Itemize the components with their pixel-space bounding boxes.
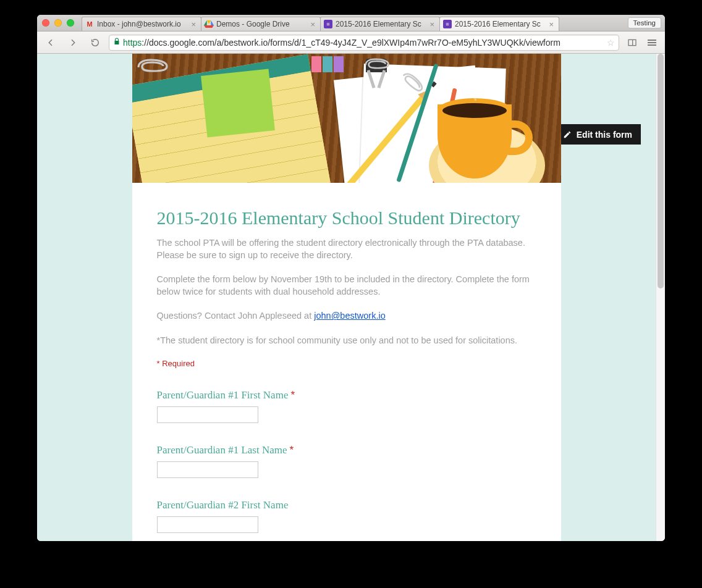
field-label: Parent/Guardian #2 First Name (157, 499, 536, 511)
question-parent1-first: Parent/Guardian #1 First Name* (157, 389, 536, 423)
window-traffic-lights[interactable] (42, 19, 82, 27)
close-icon[interactable]: × (308, 20, 318, 29)
panel-icon[interactable] (624, 35, 640, 50)
bookmark-icon[interactable]: ☆ (607, 38, 615, 48)
tab-form-edit[interactable]: ≡ 2015-2016 Elementary Sc × (320, 17, 440, 31)
testing-badge: Testing (628, 17, 661, 28)
forms-icon: ≡ (323, 19, 333, 29)
edit-form-label: Edit this form (577, 130, 632, 140)
parent1-last-input[interactable] (157, 461, 258, 478)
browser-tabs: M Inbox - john@bestwork.io × Demos - Goo… (82, 15, 559, 31)
close-icon[interactable]: × (188, 20, 198, 29)
form-header-image (132, 54, 561, 183)
address-bar[interactable]: https://docs.google.com/a/bestwork.io/fo… (109, 35, 619, 51)
question-parent1-last: Parent/Guardian #1 Last Name* (157, 444, 536, 478)
form-description-2: Complete the form below by November 19th… (157, 274, 536, 298)
form-page: 2015-2016 Elementary School Student Dire… (132, 54, 561, 541)
tab-title: 2015-2016 Elementary Sc (336, 20, 425, 28)
url-protocol: https (123, 38, 142, 48)
contact-email-link[interactable]: john@bestwork.io (314, 311, 385, 321)
pencil-icon (563, 130, 572, 139)
page-viewport: Edit this form 2015-2016 Elementary Scho… (37, 54, 656, 541)
window-zoom-icon[interactable] (67, 19, 74, 27)
forward-button[interactable] (64, 35, 82, 50)
tab-title: Inbox - john@bestwork.io (97, 20, 186, 28)
parent2-first-input[interactable] (157, 516, 258, 533)
drive-icon (204, 19, 214, 29)
back-button[interactable] (42, 35, 59, 50)
tab-drive[interactable]: Demos - Google Drive × (201, 17, 321, 31)
close-icon[interactable]: × (546, 20, 556, 29)
form-body: 2015-2016 Elementary School Student Dire… (132, 183, 561, 541)
tab-title: Demos - Google Drive (216, 20, 305, 28)
browser-window: M Inbox - john@bestwork.io × Demos - Goo… (37, 15, 665, 541)
parent1-first-input[interactable] (157, 406, 258, 423)
url-path: ://docs.google.com/a/bestwork.io/forms/d… (142, 38, 560, 48)
close-icon[interactable]: × (427, 20, 437, 29)
required-legend: * Required (157, 359, 536, 368)
tab-form-view[interactable]: ≡ 2015-2016 Elementary Sc × (439, 17, 559, 31)
tab-strip: M Inbox - john@bestwork.io × Demos - Goo… (37, 15, 665, 32)
menu-button[interactable] (644, 35, 660, 50)
gmail-icon: M (85, 19, 95, 29)
lock-icon (113, 37, 121, 48)
window-minimize-icon[interactable] (54, 19, 62, 27)
field-label: Parent/Guardian #1 Last Name* (157, 444, 536, 456)
vertical-scrollbar[interactable] (656, 54, 665, 541)
form-title: 2015-2016 Elementary School Student Dire… (157, 208, 536, 229)
forms-icon: ≡ (442, 19, 452, 29)
tab-title: 2015-2016 Elementary Sc (455, 20, 544, 28)
browser-toolbar: https://docs.google.com/a/bestwork.io/fo… (37, 32, 665, 54)
form-disclaimer: *The student directory is for school com… (157, 335, 536, 347)
field-label: Parent/Guardian #1 First Name* (157, 389, 536, 401)
window-close-icon[interactable] (42, 19, 49, 27)
tab-inbox[interactable]: M Inbox - john@bestwork.io × (82, 17, 201, 31)
question-parent2-first: Parent/Guardian #2 First Name (157, 499, 536, 533)
reload-button[interactable] (87, 35, 104, 50)
contact-prefix: Questions? Contact John Appleseed at (157, 311, 315, 321)
form-description-1: The school PTA will be offering the stud… (157, 237, 536, 261)
scrollbar-thumb[interactable] (658, 54, 664, 288)
edit-form-button[interactable]: Edit this form (554, 124, 641, 145)
form-contact: Questions? Contact John Appleseed at joh… (157, 310, 536, 322)
